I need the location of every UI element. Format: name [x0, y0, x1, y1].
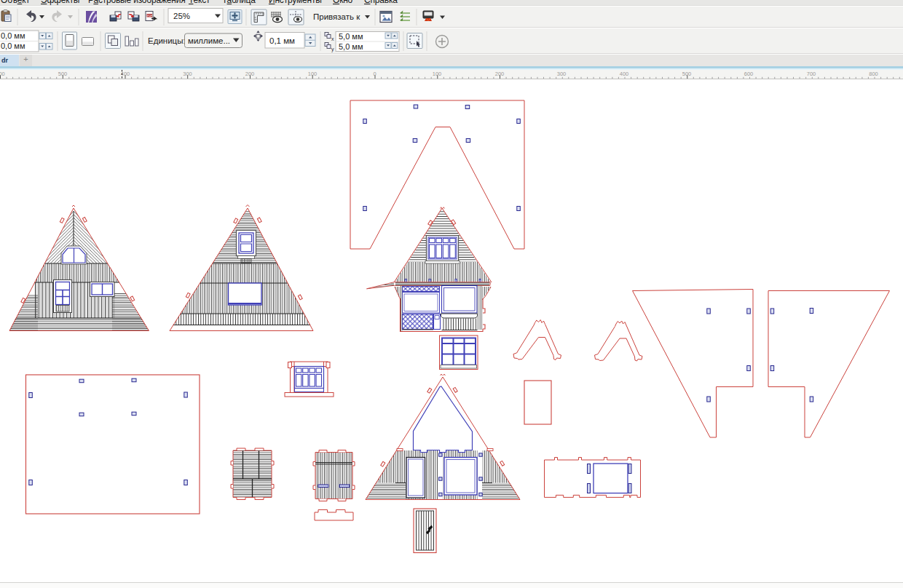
svg-text:400: 400	[620, 71, 629, 77]
svg-text:100: 100	[433, 71, 442, 77]
svg-text:0,1 мм: 0,1 мм	[269, 36, 295, 45]
svg-text:0,0 мм: 0,0 мм	[1, 41, 25, 50]
svg-text:600: 600	[744, 71, 754, 77]
svg-text:800: 800	[869, 71, 878, 77]
svg-text:600: 600	[0, 71, 5, 77]
svg-text:y: y	[331, 47, 334, 52]
svg-text:PDF: PDF	[147, 15, 153, 17]
svg-text:0,0 мм: 0,0 мм	[1, 31, 25, 40]
svg-text:700: 700	[807, 71, 816, 77]
svg-text:5,0 мм: 5,0 мм	[339, 42, 363, 51]
svg-text:Привязать к: Привязать к	[313, 12, 360, 21]
svg-text:x: x	[331, 36, 334, 41]
svg-text:5,0 мм: 5,0 мм	[339, 32, 363, 41]
svg-text:25%: 25%	[173, 12, 190, 20]
svg-text:500: 500	[682, 71, 692, 77]
svg-text:миллиме...: миллиме...	[188, 36, 230, 45]
svg-text:300: 300	[557, 71, 567, 77]
svg-text:Единицы:: Единицы:	[148, 36, 186, 45]
